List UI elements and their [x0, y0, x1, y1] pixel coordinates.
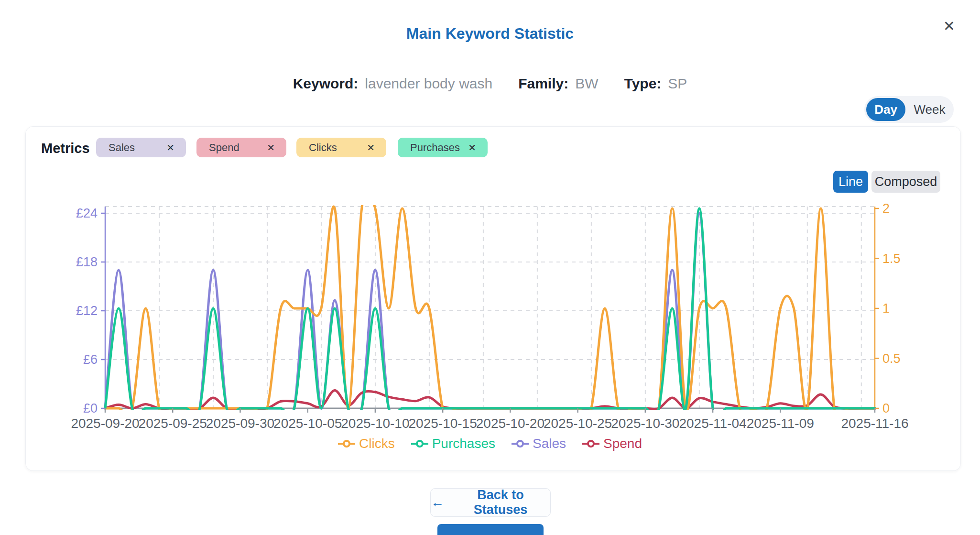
remove-metric-icon[interactable]: ✕ — [367, 142, 375, 153]
keyword-label: Keyword: — [293, 76, 359, 92]
remove-metric-icon[interactable]: ✕ — [267, 142, 275, 153]
chart-type-line-button[interactable]: Line — [833, 171, 868, 193]
family-value: BW — [575, 76, 598, 92]
period-toggle: Day Week — [864, 96, 954, 123]
metric-chip-purchases[interactable]: Purchases ✕ — [398, 138, 488, 157]
bottom-element-peek[interactable] — [437, 524, 544, 535]
keyword-statistic-modal: ✕ Main Keyword Statistic Keyword: lavend… — [0, 0, 980, 535]
keyword-info-line: Keyword: lavender body wash Family: BW T… — [0, 76, 980, 92]
legend-line-icon — [512, 440, 529, 448]
metric-chip-spend[interactable]: Spend ✕ — [196, 138, 286, 157]
legend-item-purchases: Purchases — [411, 436, 495, 451]
chart-type-composed-button[interactable]: Composed — [871, 171, 940, 193]
family-label: Family: — [518, 76, 568, 92]
legend-line-icon — [411, 440, 428, 448]
legend-item-sales: Sales — [512, 436, 566, 451]
left-arrow-icon: ← — [431, 495, 444, 510]
page-title: Main Keyword Statistic — [0, 25, 980, 43]
metric-chip-sales[interactable]: Sales ✕ — [96, 138, 186, 157]
toggle-week[interactable]: Week — [905, 102, 954, 117]
metrics-label: Metrics — [41, 141, 90, 156]
chart-legend: ClicksPurchasesSalesSpend — [105, 436, 875, 451]
type-value: SP — [668, 76, 687, 92]
type-label: Type: — [624, 76, 662, 92]
legend-line-icon — [338, 440, 355, 448]
toggle-day[interactable]: Day — [866, 98, 905, 121]
back-to-statuses-button[interactable]: ← Back to Statuses — [430, 488, 551, 517]
remove-metric-icon[interactable]: ✕ — [166, 142, 174, 153]
metric-chip-clicks[interactable]: Clicks ✕ — [296, 138, 386, 157]
chart-card — [25, 126, 961, 471]
remove-metric-icon[interactable]: ✕ — [468, 142, 476, 153]
legend-item-clicks: Clicks — [338, 436, 395, 451]
back-button-label: Back to Statuses — [451, 488, 550, 517]
chip-label: Purchases — [410, 142, 460, 154]
chip-label: Sales — [109, 142, 135, 154]
chip-label: Clicks — [309, 142, 337, 154]
chip-label: Spend — [209, 142, 240, 154]
legend-item-spend: Spend — [582, 436, 642, 451]
legend-line-icon — [582, 440, 599, 448]
keyword-value: lavender body wash — [365, 76, 492, 92]
